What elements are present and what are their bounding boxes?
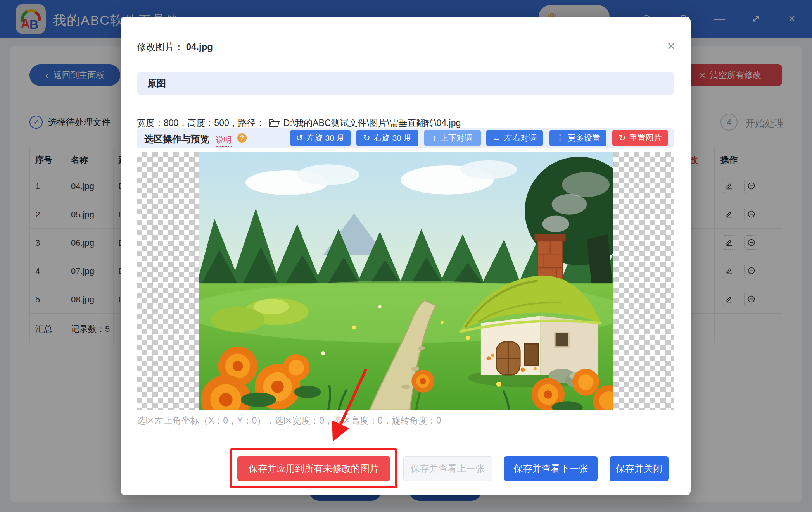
rotate-left-icon: ↺ bbox=[296, 134, 303, 142]
folder-icon[interactable] bbox=[269, 118, 280, 128]
save-apply-all-button[interactable]: 保存并应用到所有未修改的图片 bbox=[237, 456, 390, 481]
more-dots-icon: ⋮ bbox=[556, 134, 564, 142]
selection-toolbar-title: 选区操作与预览 bbox=[144, 133, 209, 145]
edit-image-dialog: 修改图片： 04.jpg × 原图 宽度：800，高度：500，路径： D:\我… bbox=[121, 17, 691, 495]
reset-icon: ↻ bbox=[619, 134, 625, 142]
help-link[interactable]: 说明 bbox=[216, 135, 232, 147]
flip-horizontal-icon: ↔ bbox=[492, 134, 501, 142]
divider bbox=[121, 52, 691, 52]
selection-status-text: 选区左上角坐标（X：0，Y：0），选区宽度：0，选区高度：0，旋转角度：0 bbox=[137, 415, 441, 427]
help-badge-icon: ? bbox=[237, 133, 247, 143]
application-window: A B 我的ABC软件工具箱 ♛ ? — × ‹ 返回到主面板 × 清空所有修改 bbox=[0, 0, 812, 512]
reset-image-button[interactable]: ↻ 重置图片 bbox=[612, 130, 668, 146]
save-view-previous-button[interactable]: 保存并查看上一张 bbox=[403, 456, 492, 481]
rotate-right-30-button[interactable]: ↻ 右旋 30 度 bbox=[356, 130, 418, 146]
image-dimensions-label: 宽度：800，高度：500，路径： bbox=[137, 117, 265, 129]
save-view-next-button[interactable]: 保存并查看下一张 bbox=[504, 456, 598, 481]
image-info-row: 宽度：800，高度：500，路径： D:\我的ABC测试文件\图片\需垂直翻转\… bbox=[137, 117, 461, 129]
dialog-close-icon[interactable]: × bbox=[663, 38, 680, 55]
preview-image[interactable] bbox=[199, 152, 613, 410]
original-image-section-header: 原图 bbox=[137, 72, 674, 95]
flip-vertical-button[interactable]: ↕ 上下对调 bbox=[424, 130, 481, 146]
rotate-right-icon: ↻ bbox=[363, 134, 370, 142]
flip-vertical-icon: ↕ bbox=[432, 134, 437, 142]
image-path: D:\我的ABC测试文件\图片\需垂直翻转\04.jpg bbox=[283, 117, 461, 129]
rotate-left-30-button[interactable]: ↺ 左旋 30 度 bbox=[290, 130, 351, 146]
save-close-button[interactable]: 保存并关闭 bbox=[610, 456, 669, 481]
more-settings-button[interactable]: ⋮ 更多设置 bbox=[549, 130, 606, 146]
divider bbox=[137, 441, 674, 441]
dialog-filename: 04.jpg bbox=[186, 41, 213, 52]
flip-horizontal-button[interactable]: ↔ 左右对调 bbox=[486, 130, 543, 146]
